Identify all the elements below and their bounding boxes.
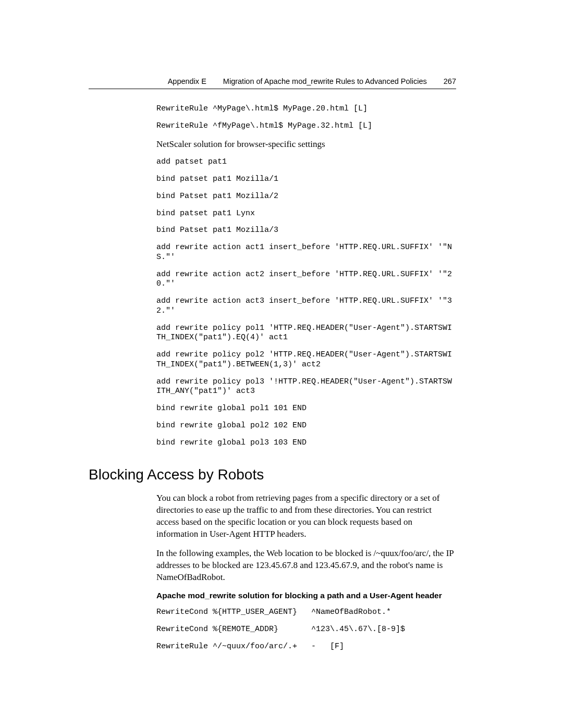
- code-line: add patset pat1: [156, 157, 456, 167]
- page-number: 267: [444, 77, 456, 85]
- code-line: add rewrite policy pol3 '!HTTP.REQ.HEADE…: [156, 377, 456, 397]
- code-line: bind rewrite global pol1 101 END: [156, 404, 456, 414]
- content-area: RewriteRule ^MyPage\.html$ MyPage.20.htm…: [156, 104, 456, 659]
- code-line: add rewrite action act2 insert_before 'H…: [156, 270, 456, 290]
- appendix-label: Appendix E: [168, 77, 206, 85]
- header-title: Migration of Apache mod_rewrite Rules to…: [223, 77, 427, 85]
- body-paragraph: You can block a robot from retrieving pa…: [156, 492, 456, 540]
- code-line: bind Patset pat1 Mozilla/2: [156, 192, 456, 202]
- section-heading: Blocking Access by Robots: [89, 466, 454, 483]
- bold-label: Apache mod_rewrite solution for blocking…: [156, 591, 456, 600]
- code-line: bind rewrite global pol3 103 END: [156, 438, 456, 448]
- intro-text: NetScaler solution for browser-specific …: [156, 139, 456, 151]
- code-line: RewriteRule ^/~quux/foo/arc/.+ - [F]: [156, 642, 456, 652]
- code-line: bind rewrite global pol2 102 END: [156, 421, 456, 431]
- code-line: add rewrite policy pol2 'HTTP.REQ.HEADER…: [156, 350, 456, 370]
- code-line: RewriteCond %{REMOTE_ADDR} ^123\.45\.67\…: [156, 625, 456, 635]
- code-line: add rewrite action act3 insert_before 'H…: [156, 297, 456, 316]
- body-paragraph: In the following examples, the Web locat…: [156, 548, 456, 584]
- code-line: RewriteRule ^MyPage\.html$ MyPage.20.htm…: [156, 104, 456, 114]
- code-line: bind Patset pat1 Mozilla/3: [156, 226, 456, 236]
- code-line: add rewrite action act1 insert_before 'H…: [156, 243, 456, 263]
- header-rule: [89, 89, 456, 89]
- code-line: RewriteRule ^fMyPage\.html$ MyPage.32.ht…: [156, 121, 456, 131]
- running-header: Appendix E Migration of Apache mod_rewri…: [168, 77, 456, 85]
- code-line: RewriteCond %{HTTP_USER_AGENT} ^NameOfBa…: [156, 608, 456, 618]
- code-line: add rewrite policy pol1 'HTTP.REQ.HEADER…: [156, 324, 456, 343]
- page: Appendix E Migration of Apache mod_rewri…: [0, 0, 563, 728]
- code-line: bind patset pat1 Lynx: [156, 209, 456, 219]
- code-line: bind patset pat1 Mozilla/1: [156, 175, 456, 184]
